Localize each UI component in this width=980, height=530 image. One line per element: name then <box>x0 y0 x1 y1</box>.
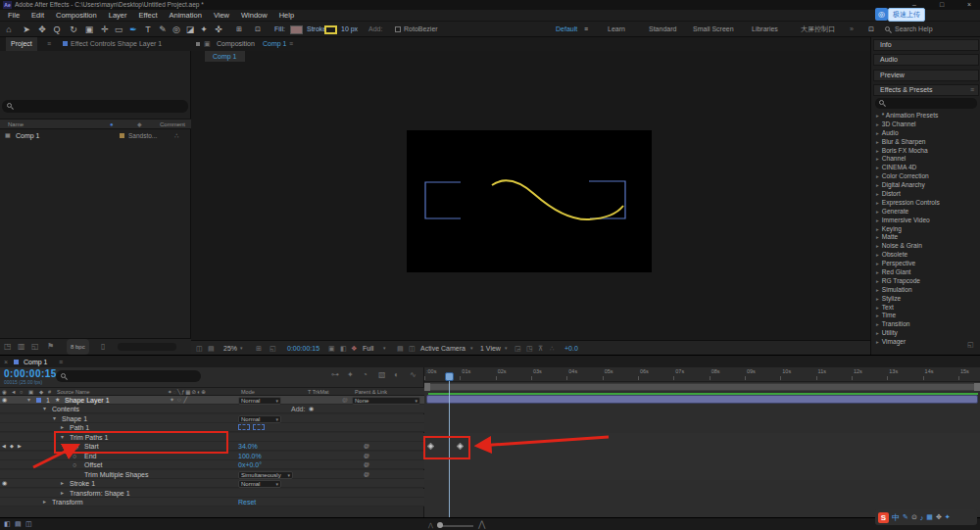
effect-category[interactable]: ▸Boris FX Mocha <box>871 147 980 156</box>
add-property-icon[interactable]: ◉ <box>309 405 314 413</box>
chevron-right-icon[interactable]: ▸ <box>876 113 879 119</box>
lock-icon[interactable]: ▣ <box>204 37 211 50</box>
new-folder-icon[interactable]: ▥ <box>18 339 25 355</box>
tab-effect-controls[interactable]: Effect Controls Shape Layer 1 <box>71 37 162 50</box>
tag-column-icon[interactable]: ◆ <box>137 120 142 129</box>
expression-pickwhip-icon[interactable]: @ <box>364 470 369 479</box>
twirl-closed-icon[interactable]: ▸ <box>61 489 64 498</box>
add-keyframe-icon[interactable]: ◆ <box>10 442 14 451</box>
work-area-start-handle[interactable] <box>424 383 430 391</box>
project-item-row[interactable]: ▦ Comp 1 Sandsto... ∴ <box>0 130 191 141</box>
exposure-value[interactable]: +0.0 <box>564 341 578 356</box>
expression-pickwhip-icon[interactable]: @ <box>364 460 369 469</box>
chevron-right-icon[interactable]: ▸ <box>876 191 879 197</box>
trim-paths-row[interactable]: ▾ Trim Paths 1 <box>0 433 424 442</box>
twirl-closed-icon[interactable]: ▸ <box>61 479 64 488</box>
mode-column[interactable]: Mode <box>241 388 255 396</box>
end-value[interactable]: 100.0% <box>238 452 262 460</box>
workspace-libraries[interactable]: Libraries <box>752 22 778 37</box>
path-row[interactable]: ▸ Path 1 <box>0 423 424 432</box>
effect-category[interactable]: ▸Time <box>871 312 980 320</box>
brush-tool[interactable]: ✎ <box>156 22 170 37</box>
frame-blend-icon[interactable]: ▧ <box>378 370 386 379</box>
effect-category[interactable]: ▸Red Giant <box>871 268 980 277</box>
composition-frame[interactable] <box>407 130 652 272</box>
chevron-right-icon[interactable]: ▸ <box>876 148 879 154</box>
menu-item[interactable]: File <box>2 10 25 21</box>
trkmat-column[interactable]: T TrkMat <box>308 388 329 396</box>
offset-label[interactable]: Offset <box>84 460 103 469</box>
help-search-input[interactable]: Search Help <box>895 22 933 37</box>
chevron-right-icon[interactable]: ▸ <box>876 321 879 327</box>
resolution-dropdown[interactable]: Full <box>363 341 373 356</box>
chevron-right-icon[interactable]: ▸ <box>876 165 879 170</box>
effect-category[interactable]: ▸RG Trapcode <box>871 277 980 286</box>
chevron-right-icon[interactable]: ▸ <box>876 313 879 318</box>
shape-group-row[interactable]: ▾ Shape 1 Normal▾ <box>0 414 424 423</box>
chevron-right-icon[interactable]: ▸ <box>876 130 879 136</box>
menu-item[interactable]: Layer <box>103 10 133 21</box>
trim-offset-row[interactable]: ○ Offset 0x+0.0° @ <box>0 460 424 469</box>
chevron-right-icon[interactable]: ▸ <box>876 287 879 293</box>
parent-pickwhip-icon[interactable]: @ <box>342 396 348 405</box>
expression-pickwhip-icon[interactable]: @ <box>364 442 369 451</box>
menu-item[interactable]: Help <box>273 10 300 21</box>
chevron-right-icon[interactable]: ▸ <box>876 339 879 345</box>
panel-menu-icon[interactable]: ≡ <box>289 37 293 50</box>
camera-tool[interactable]: ▣ <box>82 22 96 37</box>
effect-category[interactable]: ▸Stylize <box>871 295 980 304</box>
ime-toolbox-icon[interactable]: ✦ <box>945 513 951 521</box>
transform-row[interactable]: ▸ Transform Reset <box>0 498 424 506</box>
chevron-right-icon[interactable]: ▸ <box>876 121 879 127</box>
start-label[interactable]: Start <box>84 442 99 451</box>
playhead-handle[interactable] <box>445 372 454 381</box>
draft-3d-icon[interactable]: ✦ <box>347 370 354 379</box>
chevron-right-icon[interactable]: ▸ <box>876 217 879 223</box>
parent-dropdown[interactable]: None▾ <box>352 397 420 405</box>
effect-category[interactable]: ▸* Animation Presets <box>871 112 980 120</box>
transform-label[interactable]: Transform <box>52 498 83 506</box>
chevron-right-icon[interactable]: ▸ <box>876 261 879 266</box>
pixel-aspect-icon[interactable]: ◲ <box>514 341 521 356</box>
prev-keyframe-icon[interactable]: ◀ <box>2 442 6 451</box>
chevron-right-icon[interactable]: ▸ <box>876 200 879 206</box>
shape-blend-dropdown[interactable]: Normal▾ <box>238 415 281 423</box>
twirl-open-icon[interactable]: ▾ <box>43 405 46 413</box>
ime-language-icon[interactable]: 中 <box>892 512 900 523</box>
layer-duration-bar[interactable] <box>426 395 978 404</box>
ruler-icon[interactable]: ⊞ <box>256 341 262 356</box>
pen-tool[interactable]: ✒ <box>126 22 140 37</box>
effect-category[interactable]: ▸Keying <box>871 225 980 234</box>
effect-category[interactable]: ▸CINEMA 4D <box>871 164 980 172</box>
clone-stamp-tool[interactable]: ◎ <box>170 22 183 37</box>
tab-composition-label[interactable]: Composition <box>217 37 255 50</box>
trim-start-row[interactable]: ◀ ◆ ▶ ◷ Start 34.0% @ <box>0 442 424 451</box>
interpret-footage-icon[interactable]: ◳ <box>4 339 12 355</box>
eye-icon[interactable]: ◉ <box>2 479 7 488</box>
layer-label-color[interactable] <box>36 398 41 403</box>
toggle-transfer-icon[interactable]: ▤ <box>15 520 22 528</box>
composition-flowchart-icon[interactable]: ⊶ <box>331 370 339 379</box>
project-search-input[interactable] <box>2 100 188 113</box>
rotate-tool[interactable]: ↻ <box>67 22 80 37</box>
stroke-blend-dropdown[interactable]: Normal▾ <box>238 480 281 488</box>
snap-icon[interactable]: ⊞ <box>232 22 246 37</box>
ime-hand-icon[interactable]: ✥ <box>936 513 942 521</box>
zoom-tool[interactable]: Q <box>50 22 64 37</box>
chevron-right-icon[interactable]: ▸ <box>876 173 879 179</box>
chevron-right-icon[interactable]: ▸ <box>876 296 879 302</box>
source-name-column[interactable]: Source Name <box>57 388 90 396</box>
close-button[interactable]: × <box>962 0 976 10</box>
viewer-tab[interactable]: Comp 1 <box>205 51 245 62</box>
twirl-closed-icon[interactable]: ▸ <box>61 423 64 432</box>
eraser-tool[interactable]: ◪ <box>183 22 197 37</box>
search-hint-icon[interactable]: ⊡ <box>864 22 878 37</box>
effect-category[interactable]: ▸Matte <box>871 233 980 242</box>
menu-item[interactable]: View <box>208 10 235 21</box>
panel-corner-icon[interactable]: ◱ <box>967 341 974 349</box>
effect-category[interactable]: ▸Vimager <box>871 338 980 347</box>
menu-item[interactable]: Animation <box>164 10 208 21</box>
twirl-open-icon[interactable]: ▾ <box>53 414 56 423</box>
home-tool[interactable]: ⌂ <box>2 22 16 37</box>
effect-category[interactable]: ▸Generate <box>871 208 980 217</box>
